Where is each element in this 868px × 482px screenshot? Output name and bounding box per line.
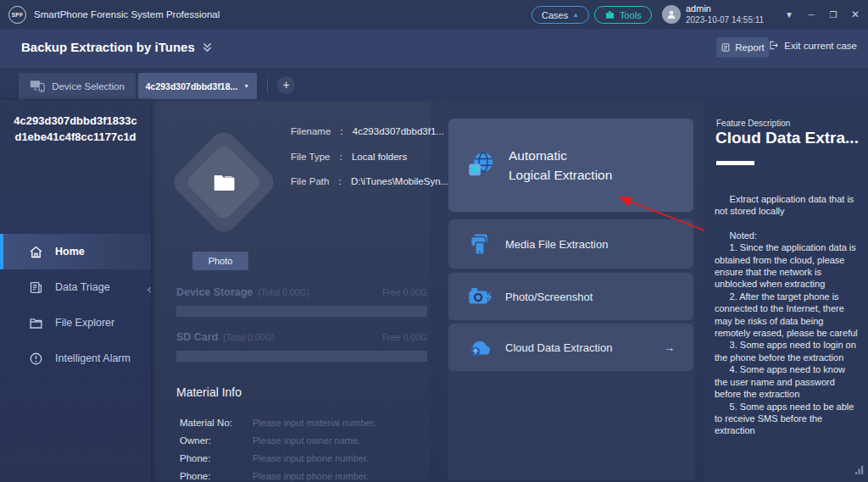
cases-button[interactable]: Cases ▲ xyxy=(531,6,589,24)
login-timestamp: 2023-10-07 14:55:11 xyxy=(686,14,764,26)
filename-value: 4c293d307dbbd3f1... xyxy=(353,126,444,136)
phone-input-1[interactable] xyxy=(251,452,420,464)
window-controls: ▼ ─ ❐ ✕ xyxy=(778,0,866,29)
file-path-value: D:\iTunes\MobileSyn... xyxy=(351,176,448,186)
user-info: admin 2023-10-07 14:55:11 xyxy=(686,3,764,26)
phone-input-2[interactable] xyxy=(251,470,420,482)
feature-note-5: 5. Some apps need to be able to receive … xyxy=(715,401,860,437)
spf-logo-icon: SPF xyxy=(8,6,26,24)
phone-row-1: Phone: xyxy=(180,450,420,467)
tools-label: Tools xyxy=(620,10,642,20)
media-file-extraction-label: Media File Extraction xyxy=(505,238,608,251)
folder-icon xyxy=(29,316,43,330)
feature-noted-label: Noted: xyxy=(715,230,860,241)
device-storage-free: Free 0.00G xyxy=(382,287,427,297)
maximize-button[interactable]: ❐ xyxy=(822,10,844,19)
filename-row: Filename ： 4c293d307dbbd3f1... xyxy=(291,125,444,138)
sidebar-item-file-explorer[interactable]: File Explorer xyxy=(0,305,151,341)
cloud-data-extraction-label: Cloud Data Extraction xyxy=(505,341,612,354)
cases-label: Cases xyxy=(542,10,568,20)
automatic-logical-extraction-label: Automatic Logical Extraction xyxy=(509,146,612,185)
sidebar-item-home[interactable]: Home xyxy=(0,234,151,269)
device-selection-tab[interactable]: Device Selection xyxy=(19,73,136,99)
titlebar: SPF SmartPhone Forensic System Professio… xyxy=(0,0,868,29)
person-icon xyxy=(665,8,677,20)
sidebar-menu: Home Data Triage File Ex xyxy=(0,234,151,376)
feature-title-underline xyxy=(716,161,754,165)
sidebar-item-data-triage[interactable]: Data Triage xyxy=(0,269,151,305)
double-chevron-down-icon[interactable] xyxy=(202,42,213,53)
report-button[interactable]: Report xyxy=(716,37,769,58)
user-avatar[interactable] xyxy=(662,5,681,24)
media-devices-icon xyxy=(467,231,492,257)
feature-text: Extract application data that is not sto… xyxy=(715,193,860,437)
app-window: SPF SmartPhone Forensic System Professio… xyxy=(0,0,868,482)
feature-description-panel: Feature Description Cloud Data Extra... … xyxy=(704,100,868,482)
folder-badge-icon xyxy=(211,169,236,195)
file-type-value: Local folders xyxy=(352,152,407,162)
feature-note-4: 4. Some apps need to know the user name … xyxy=(715,363,860,400)
data-triage-icon xyxy=(29,280,43,295)
feature-intro: Extract application data that is not sto… xyxy=(715,193,860,218)
exit-current-case-button[interactable]: Exit current case xyxy=(768,40,857,51)
cases-up-triangle-icon: ▲ xyxy=(572,12,579,19)
device-selection-icon xyxy=(30,80,45,92)
page-header: Backup Extraction by iTunes Report xyxy=(0,29,868,68)
report-icon xyxy=(721,42,731,53)
cloud-card-arrow-icon: → xyxy=(664,341,675,354)
tools-button[interactable]: Tools xyxy=(594,6,652,24)
file-path-row: File Path ： D:\iTunes\MobileSyn... xyxy=(291,175,448,188)
tab-dropdown-caret-icon[interactable]: ▼ xyxy=(243,83,249,89)
device-storage-bar xyxy=(176,306,427,317)
material-info-title: Material Info xyxy=(176,385,242,399)
feature-eyebrow: Feature Description xyxy=(716,119,790,128)
window-resize-grip[interactable] xyxy=(854,463,864,479)
alert-circle-icon xyxy=(29,352,43,366)
sd-card-free: Free 0.00G xyxy=(382,332,427,342)
device-id: 4c293d307dbbd3f1833c d1ebe41c4f8cc1177c1… xyxy=(0,100,151,145)
sidebar-item-intelligent-alarm[interactable]: Intelligent Alarm xyxy=(0,341,151,376)
owner-row: Owner: xyxy=(180,432,420,449)
photo-screenshot-card[interactable]: Photo/Screenshot xyxy=(448,273,693,320)
automatic-logical-extraction-card[interactable]: Automatic Logical Extraction xyxy=(448,119,693,212)
cloud-upload-icon xyxy=(467,335,492,360)
minimize-button[interactable]: ─ xyxy=(800,10,822,19)
sd-card-row: SD Card (Total 0.00G) Free 0.00G xyxy=(176,331,427,343)
tab-divider xyxy=(267,79,268,92)
feature-title: Cloud Data Extra... xyxy=(715,129,859,147)
media-file-extraction-card[interactable]: Media File Extraction xyxy=(448,219,693,269)
logout-icon xyxy=(768,40,779,51)
add-tab-button[interactable]: + xyxy=(277,76,295,94)
material-no-input[interactable] xyxy=(251,417,420,429)
device-tab-active[interactable]: 4c293d307dbbd3f18... ▼ xyxy=(138,73,257,99)
sidebar: 4c293d307dbbd3f1833c d1ebe41c4f8cc1177c1… xyxy=(0,100,151,482)
app-title: SmartPhone Forensic System Professional xyxy=(34,9,220,19)
window-menu-button[interactable]: ▼ xyxy=(778,10,800,19)
photo-screenshot-label: Photo/Screenshot xyxy=(505,291,593,303)
user-name: admin xyxy=(686,3,764,14)
page-title: Backup Extraction by iTunes xyxy=(21,40,213,54)
briefcase-icon xyxy=(604,9,615,20)
file-type-row: File Type ： Local folders xyxy=(291,151,407,163)
cloud-data-extraction-card[interactable]: Cloud Data Extraction → xyxy=(448,324,693,371)
material-no-row: Material No: xyxy=(180,414,420,431)
owner-input[interactable] xyxy=(251,435,420,446)
feature-note-2: 2. After the target phone is connected t… xyxy=(715,291,860,340)
device-storage-row: Device Storage (Total 0.00G) Free 0.00G xyxy=(176,286,427,298)
sd-card-bar xyxy=(176,351,427,362)
home-icon xyxy=(29,245,43,259)
photo-button[interactable]: Photo xyxy=(192,252,248,270)
tabbar: Device Selection 4c293d307dbbd3f18... ▼ … xyxy=(0,68,868,100)
panel-collapse-chevron[interactable]: ‹ xyxy=(144,281,154,296)
phone-row-2: Phone: xyxy=(180,468,420,482)
globe-upload-icon xyxy=(465,149,497,181)
feature-note-3: 3. Some apps need to login on the phone … xyxy=(715,339,860,363)
feature-note-1: 1. Since the application data is obtaine… xyxy=(715,241,860,291)
camera-icon xyxy=(467,284,492,309)
close-button[interactable]: ✕ xyxy=(844,8,866,20)
